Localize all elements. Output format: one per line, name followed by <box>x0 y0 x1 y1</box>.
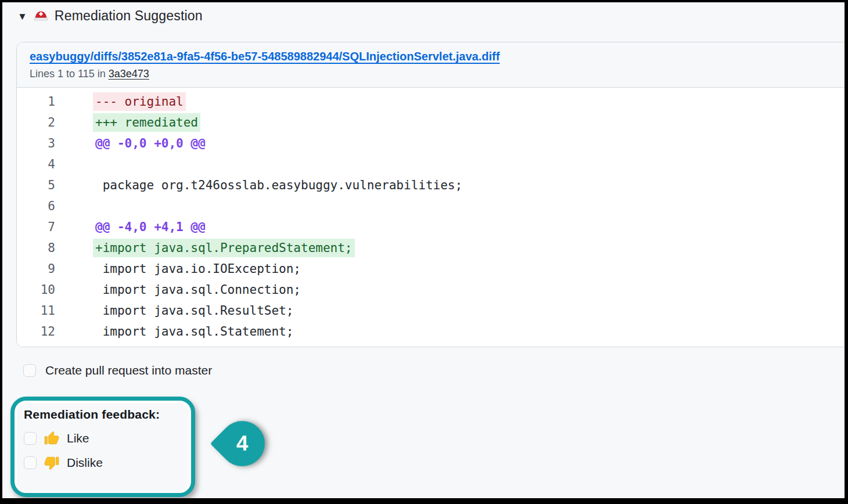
diff-card: easybuggy/diffs/3852e81a-9fa5-4f56-be57-… <box>16 42 845 347</box>
line-content: import java.sql.ResultSet; <box>95 302 293 319</box>
diff-line: 6 <box>17 196 845 217</box>
diff-line: 5 package org.t246osslab.easybuggy.vulne… <box>17 175 845 196</box>
diff-line: 3 @@ -0,0 +0,0 @@ <box>17 133 845 154</box>
create-pr-checkbox[interactable] <box>23 364 36 377</box>
remediation-feedback-box: Remediation feedback: Like Dislike <box>10 397 195 497</box>
diff-line: 4 <box>17 154 845 175</box>
line-number: 5 <box>17 178 55 192</box>
section-header: ▼ Remediation Suggestion <box>17 8 203 24</box>
diff-card-header: easybuggy/diffs/3852e81a-9fa5-4f56-be57-… <box>17 42 845 88</box>
line-number: 10 <box>17 283 55 297</box>
page: ▼ Remediation Suggestion easybuggy/diffs… <box>2 2 845 498</box>
line-content: import java.io.IOException; <box>95 260 301 278</box>
diff-line: 2 +++ remediated <box>17 112 845 133</box>
annotation-number: 4 <box>236 431 249 456</box>
diff-file-link[interactable]: easybuggy/diffs/3852e81a-9fa5-4f56-be57-… <box>30 50 500 63</box>
diff-line: 11 import java.sql.ResultSet; <box>17 300 845 321</box>
diff-line: 8 +import java.sql.PreparedStatement; <box>17 237 845 258</box>
thumbs-down-icon <box>44 455 59 470</box>
create-pr-row: Create pull request into master <box>23 363 212 377</box>
line-content: package org.t246osslab.easybuggy.vulnera… <box>95 177 462 194</box>
dislike-label: Dislike <box>67 456 103 470</box>
line-number: 12 <box>17 325 55 339</box>
line-number: 8 <box>17 241 55 255</box>
line-number: 1 <box>17 95 55 109</box>
line-content: +import java.sql.PreparedStatement; <box>93 239 355 257</box>
create-pr-label: Create pull request into master <box>45 363 212 377</box>
diff-line: 10 import java.sql.Connection; <box>17 279 845 300</box>
line-content: +++ remediated <box>93 113 200 132</box>
like-checkbox[interactable] <box>24 432 37 445</box>
line-number: 2 <box>17 116 55 129</box>
feedback-option-like: Like <box>24 431 182 446</box>
like-label: Like <box>67 431 89 445</box>
diff-line: 7 @@ -4,0 +4,1 @@ <box>17 217 845 237</box>
line-number: 4 <box>17 157 55 171</box>
diff-code-block: 1 --- original 2 +++ remediated 3 @@ -0,… <box>17 88 845 347</box>
line-number: 9 <box>17 262 55 276</box>
line-content: @@ -4,0 +4,1 @@ <box>95 218 206 236</box>
line-number: 6 <box>17 199 55 213</box>
feedback-option-dislike: Dislike <box>24 455 182 470</box>
section-title: Remediation Suggestion <box>55 8 203 24</box>
diff-line: 12 import java.sql.Statement; <box>17 321 845 342</box>
rescue-helmet-icon <box>33 8 49 24</box>
diff-line: 1 --- original <box>17 91 845 112</box>
line-number: 11 <box>17 304 55 318</box>
line-content: import java.sql.Statement; <box>95 323 293 340</box>
line-number: 7 <box>17 220 55 234</box>
commit-link[interactable]: 3a3e473 <box>109 68 149 80</box>
line-content: import java.sql.Connection; <box>95 281 301 298</box>
line-content: @@ -0,0 +0,0 @@ <box>95 135 206 152</box>
line-number: 3 <box>17 136 55 150</box>
diff-line: 9 import java.io.IOException; <box>17 258 845 279</box>
thumbs-up-icon <box>44 431 59 446</box>
annotation-callout-4: 4 <box>210 412 274 476</box>
collapse-triangle-icon[interactable]: ▼ <box>17 10 27 21</box>
dislike-checkbox[interactable] <box>24 456 37 469</box>
feedback-title: Remediation feedback: <box>24 408 182 422</box>
lines-range: Lines 1 to 115 in 3a3e473 <box>30 68 836 80</box>
lines-range-text: Lines 1 to 115 in <box>30 68 106 80</box>
line-content: --- original <box>93 92 186 111</box>
